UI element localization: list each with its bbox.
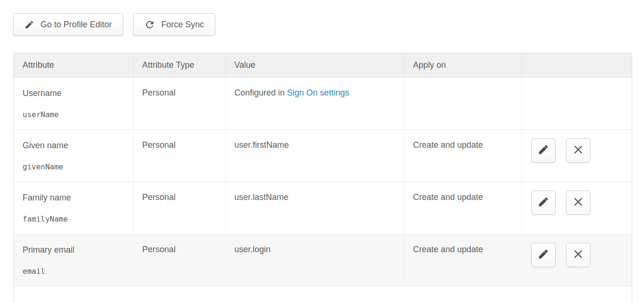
value-cell: user.firstName (225, 129, 404, 182)
sign-on-settings-link[interactable]: Sign On settings (287, 88, 349, 97)
close-icon (573, 248, 584, 261)
value-cell: user.login (225, 234, 404, 286)
attribute-cell: Primary email email (14, 234, 133, 286)
attribute-code: givenName (23, 162, 124, 172)
pencil-icon (538, 196, 549, 209)
close-icon (573, 144, 584, 157)
attribute-mappings-table: Attribute Attribute Type Value Apply on … (13, 53, 632, 303)
actions-cell (522, 182, 632, 234)
attribute-type-cell: Personal (133, 182, 225, 234)
actions-cell (522, 77, 632, 129)
table-row: Username userName Personal Configured in… (14, 77, 632, 129)
apply-on-cell: Create and update (404, 129, 522, 182)
apply-on-cell (404, 77, 522, 129)
attribute-code: familyName (23, 215, 124, 224)
attribute-label: Username (23, 88, 124, 98)
toolbar: Go to Profile Editor Force Sync (13, 13, 644, 36)
force-sync-button[interactable]: Force Sync (133, 13, 215, 36)
actions-cell (522, 129, 632, 182)
go-to-profile-editor-button[interactable]: Go to Profile Editor (13, 13, 123, 36)
value-text: user.lastName (235, 192, 289, 202)
value-cell: Configured in Sign On settings (225, 77, 404, 129)
column-header-actions (522, 53, 632, 77)
pencil-icon (538, 248, 549, 261)
actions-cell (522, 234, 632, 286)
apply-on-cell: Create and update (404, 234, 522, 286)
go-to-profile-editor-label: Go to Profile Editor (40, 20, 112, 30)
attribute-cell: Username userName (14, 77, 133, 129)
edit-attribute-button[interactable] (531, 243, 556, 267)
remove-attribute-button[interactable] (566, 243, 590, 267)
pencil-icon (538, 144, 549, 157)
remove-attribute-button[interactable] (566, 191, 590, 215)
column-header-attribute-type: Attribute Type (133, 53, 225, 77)
table-header-row: Attribute Attribute Type Value Apply on (14, 53, 632, 77)
attribute-code: email (23, 267, 124, 276)
pencil-icon (24, 20, 34, 30)
force-sync-label: Force Sync (161, 20, 204, 30)
value-text: user.firstName (235, 140, 289, 150)
attribute-cell: Given name givenName (14, 129, 133, 182)
remove-attribute-button[interactable] (566, 138, 590, 163)
attribute-type-cell: Personal (133, 129, 225, 182)
column-header-attribute: Attribute (14, 53, 133, 77)
value-text: Configured in (235, 88, 287, 97)
attribute-label: Family name (23, 192, 124, 203)
edit-attribute-button[interactable] (531, 138, 556, 163)
table-row: Given name givenName Personal user.first… (14, 129, 632, 182)
attribute-label: Given name (23, 140, 124, 151)
close-icon (573, 196, 584, 209)
attribute-cell: Family name familyName (14, 182, 133, 234)
attribute-mappings-page: Go to Profile Editor Force Sync Attribut… (0, 0, 644, 303)
column-header-value: Value (225, 53, 404, 77)
column-header-apply-on: Apply on (404, 53, 522, 77)
attribute-type-cell: Personal (133, 234, 225, 286)
attribute-type-cell: Personal (133, 77, 225, 129)
table-row: Family name familyName Personal user.las… (14, 182, 632, 234)
table-row: Primary email email Personal user.login … (14, 234, 632, 286)
partial-table-row (14, 286, 632, 303)
sync-icon (144, 19, 155, 30)
value-cell: user.lastName (225, 182, 404, 234)
apply-on-cell: Create and update (404, 182, 522, 234)
edit-attribute-button[interactable] (531, 191, 556, 215)
value-text: user.login (235, 245, 271, 254)
attribute-label: Primary email (23, 245, 124, 255)
attribute-code: userName (23, 110, 124, 120)
